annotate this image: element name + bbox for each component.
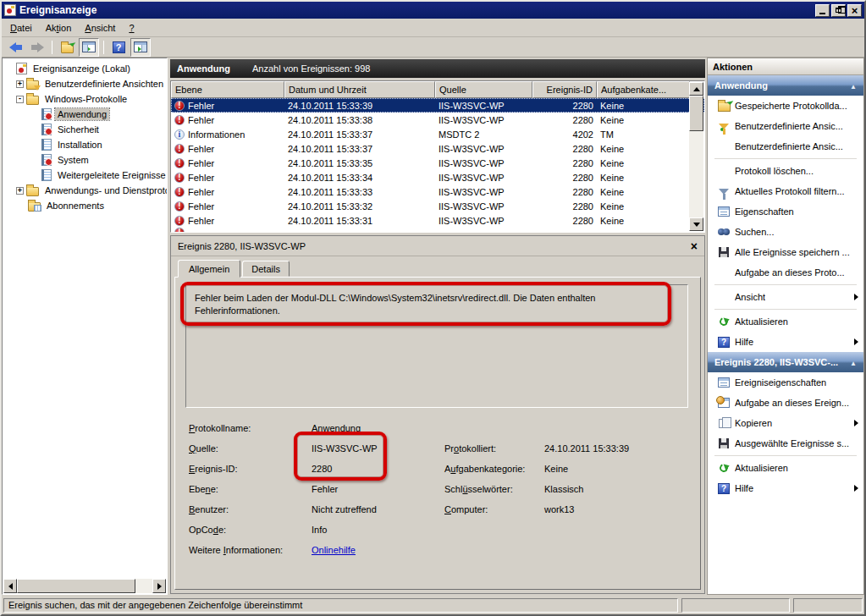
- event-row[interactable]: Fehler 24.10.2011 15:33:38 IIS-W3SVC-WP …: [171, 113, 704, 127]
- event-row[interactable]: Fehler 24.10.2011 15:33:35 IIS-W3SVC-WP …: [171, 156, 704, 170]
- event-row[interactable]: Fehler 24.10.2011 15:33:31 IIS-W3SVC-WP …: [171, 213, 704, 228]
- quelle-value: IIS-W3SVC-WP: [312, 443, 378, 454]
- column-ereignis-id[interactable]: Ereignis-ID: [532, 81, 597, 98]
- event-message-box: Fehler beim Laden der Modul-DLL C:\Windo…: [185, 284, 688, 408]
- main-content: Ereignisanzeige (Lokal) Benutzerdefinier…: [2, 58, 864, 596]
- toggle-action-pane-button[interactable]: [130, 38, 151, 57]
- tree-item-system[interactable]: System: [4, 152, 167, 168]
- collapse-section-icon[interactable]: [850, 357, 857, 367]
- collapse-icon[interactable]: [16, 96, 24, 103]
- action-kopieren[interactable]: Kopieren: [708, 413, 863, 433]
- tab-content: Fehler beim Laden der Modul-DLL C:\Windo…: [174, 277, 701, 590]
- action-hilfe[interactable]: Hilfe: [708, 332, 863, 352]
- tree-item-weitergeleitete-ereignisse[interactable]: Weitergeleitete Ereignisse: [4, 168, 167, 183]
- event-row-partial[interactable]: [171, 228, 704, 232]
- help-icon: [113, 41, 125, 53]
- event-row[interactable]: Fehler 24.10.2011 15:33:39 IIS-W3SVC-WP …: [171, 98, 704, 113]
- open-saved-log-button[interactable]: [57, 38, 77, 57]
- action-benutzerdefinierte-ansicht-erstellen[interactable]: Benutzerdefinierte Ansic...: [708, 116, 863, 136]
- detail-tabs: Allgemein Details: [171, 256, 704, 277]
- restore-button[interactable]: [831, 4, 846, 17]
- menu-hilfe[interactable]: ?: [122, 20, 141, 36]
- action-aktualisieren[interactable]: Aktualisieren: [708, 311, 863, 332]
- console-tree-icon: [82, 41, 96, 52]
- event-row[interactable]: Fehler 24.10.2011 15:33:32 IIS-W3SVC-WP …: [171, 199, 704, 213]
- log-icon: [41, 139, 52, 151]
- column-datum[interactable]: Datum und Uhrzeit: [284, 81, 435, 98]
- minimize-button[interactable]: [815, 4, 830, 17]
- event-row[interactable]: Informationen 24.10.2011 15:33:37 MSDTC …: [171, 127, 704, 141]
- copy-icon: [719, 419, 726, 428]
- action-ausgewaehlte-ereignisse-speichern[interactable]: Ausgewählte Ereignisse s...: [708, 433, 863, 454]
- collapse-section-icon[interactable]: [850, 80, 857, 91]
- tree-horizontal-scrollbar[interactable]: [3, 579, 166, 593]
- scrollbar-thumb[interactable]: [689, 96, 703, 131]
- scroll-right-button[interactable]: [152, 579, 166, 593]
- toggle-console-tree-button[interactable]: [79, 38, 99, 57]
- column-aufgabenkategorie[interactable]: Aufgabenkate...: [597, 81, 690, 98]
- help-button[interactable]: [108, 38, 129, 57]
- menu-ansicht[interactable]: Ansicht: [78, 20, 122, 36]
- column-quelle[interactable]: Quelle: [435, 81, 532, 98]
- tree-item-sicherheit[interactable]: Sicherheit: [4, 122, 167, 137]
- action-alle-ereignisse-speichern[interactable]: Alle Ereignisse speichern ...: [708, 242, 863, 262]
- tree-item-anwendungs-und-dienstprotokolle[interactable]: Anwendungs- und Dienstprotok: [4, 183, 167, 198]
- action-gespeicherte-protokolldatei[interactable]: Gespeicherte Protokollda...: [708, 96, 863, 116]
- actions-section-anwendung[interactable]: Anwendung: [708, 75, 863, 96]
- back-button[interactable]: [5, 38, 25, 57]
- tree-item-windows-protokolle[interactable]: Windows-Protokolle: [4, 91, 167, 107]
- log-icon: [41, 169, 52, 181]
- benutzer-value: Nicht zutreffend: [312, 504, 377, 514]
- error-icon: [174, 201, 185, 212]
- help-icon: [718, 337, 730, 348]
- scroll-down-button[interactable]: [689, 217, 703, 231]
- actions-section-ereignis[interactable]: Ereignis 2280, IIS-W3SVC-...: [708, 352, 863, 372]
- opcode-value: Info: [312, 525, 327, 535]
- status-bar: Ereignis suchen, das mit der angegebenen…: [2, 596, 864, 614]
- scroll-up-button[interactable]: [689, 82, 703, 96]
- action-aktualisieren-ereignis[interactable]: Aktualisieren: [708, 458, 863, 478]
- tree-item-root[interactable]: Ereignisanzeige (Lokal): [4, 61, 167, 76]
- action-benutzerdefinierte-ansicht-importieren[interactable]: Benutzerdefinierte Ansic...: [708, 136, 863, 157]
- expand-icon[interactable]: [16, 80, 24, 88]
- column-ebene[interactable]: Ebene: [171, 81, 284, 98]
- tree-item-benutzerdefinierte-ansichten[interactable]: Benutzerdefinierte Ansichten: [4, 76, 167, 91]
- event-list: Ebene Datum und Uhrzeit Quelle Ereignis-…: [170, 80, 705, 233]
- event-row[interactable]: Fehler 24.10.2011 15:33:34 IIS-W3SVC-WP …: [171, 170, 704, 184]
- event-message: Fehler beim Laden der Modul-DLL C:\Windo…: [195, 292, 659, 317]
- error-icon: [174, 144, 185, 154]
- expand-icon[interactable]: [16, 187, 24, 195]
- action-protokoll-loeschen[interactable]: Protokoll löschen...: [708, 161, 863, 181]
- tree-item-anwendung[interactable]: Anwendung: [4, 107, 167, 122]
- properties-icon: [718, 377, 730, 388]
- column-headers: Ebene Datum und Uhrzeit Quelle Ereignis-…: [171, 81, 704, 98]
- action-hilfe-ereignis[interactable]: Hilfe: [708, 478, 863, 498]
- action-suchen[interactable]: Suchen...: [708, 222, 863, 242]
- close-button[interactable]: [847, 4, 862, 17]
- action-eigenschaften[interactable]: Eigenschaften: [708, 201, 863, 222]
- refresh-icon: [719, 463, 730, 474]
- tree-item-abonnements[interactable]: Abonnements: [4, 198, 167, 213]
- error-icon: [174, 115, 185, 125]
- action-ereigniseigenschaften[interactable]: Ereigniseigenschaften: [708, 372, 863, 393]
- close-detail-icon[interactable]: [691, 239, 698, 253]
- event-list-scrollbar[interactable]: [689, 82, 703, 231]
- scrollbar-thumb[interactable]: [17, 579, 135, 593]
- forward-button[interactable]: [27, 38, 47, 57]
- tab-details[interactable]: Details: [242, 261, 290, 277]
- event-row[interactable]: Fehler 24.10.2011 15:33:33 IIS-W3SVC-WP …: [171, 184, 704, 199]
- event-row[interactable]: Fehler 24.10.2011 15:33:37 IIS-W3SVC-WP …: [171, 141, 704, 156]
- properties-icon: [718, 206, 730, 217]
- menu-aktion[interactable]: Aktion: [39, 20, 79, 36]
- action-aktuelles-protokoll-filtern[interactable]: Aktuelles Protokoll filtern...: [708, 181, 863, 201]
- tab-allgemein[interactable]: Allgemein: [178, 260, 240, 278]
- action-aufgabe-an-protokoll[interactable]: Aufgabe an dieses Proto...: [708, 262, 863, 283]
- action-ansicht[interactable]: Ansicht: [708, 287, 863, 307]
- actions-separator: [714, 158, 857, 159]
- scroll-left-button[interactable]: [3, 579, 17, 593]
- action-aufgabe-an-ereignis[interactable]: Aufgabe an dieses Ereign...: [708, 393, 863, 413]
- find-icon: [718, 228, 730, 236]
- menu-datei[interactable]: Datei: [3, 20, 39, 36]
- onlinehilfe-link[interactable]: Onlinehilfe: [312, 545, 356, 555]
- tree-item-installation[interactable]: Installation: [4, 137, 167, 152]
